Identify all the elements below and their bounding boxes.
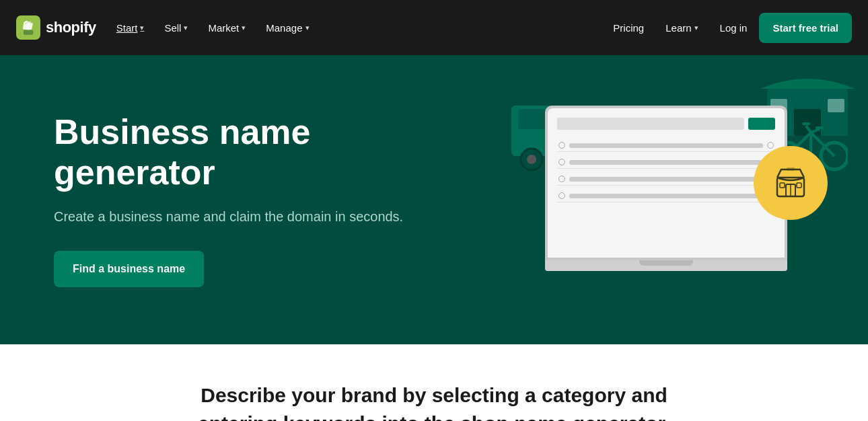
svg-point-6 [527, 155, 536, 164]
svg-rect-32 [787, 167, 795, 171]
nav-right-links: Pricing Learn ▾ Log in Start free trial [604, 13, 852, 43]
store-front-icon [772, 164, 809, 202]
logo[interactable]: shopify [16, 15, 96, 40]
nav-start[interactable]: Start ▾ [107, 17, 154, 39]
chevron-down-icon: ▾ [140, 24, 144, 32]
laptop-illustration [545, 106, 787, 294]
svg-rect-30 [780, 183, 785, 188]
nav-left-links: Start ▾ Sell ▾ Market ▾ Manage ▾ [107, 17, 604, 39]
nav-sell[interactable]: Sell ▾ [155, 17, 197, 39]
shopify-logo-icon [16, 15, 40, 40]
bottom-heading: Describe your brand by selecting a categ… [165, 381, 703, 421]
hero-title: Business name generator [54, 112, 404, 193]
find-business-name-button[interactable]: Find a business name [54, 251, 204, 287]
hero-section: Business name generator Create a busines… [0, 55, 868, 344]
nav-manage[interactable]: Manage ▾ [256, 17, 318, 39]
svg-rect-31 [797, 183, 801, 188]
nav-pricing[interactable]: Pricing [604, 17, 653, 39]
chevron-down-icon: ▾ [184, 24, 188, 32]
svg-rect-11 [518, 109, 545, 129]
hero-content: Business name generator Create a busines… [54, 112, 404, 287]
svg-rect-1 [24, 30, 33, 35]
nav-market[interactable]: Market ▾ [198, 17, 255, 39]
svg-line-23 [806, 126, 811, 132]
chevron-down-icon: ▾ [694, 24, 698, 32]
hero-illustration [464, 55, 868, 344]
hero-subtitle: Create a business name and claim the dom… [54, 206, 404, 227]
bottom-section: Describe your brand by selecting a categ… [0, 344, 868, 421]
store-badge [754, 146, 828, 220]
laptop-screen [545, 106, 787, 260]
start-trial-button[interactable]: Start free trial [759, 13, 852, 43]
main-nav: shopify Start ▾ Sell ▾ Market ▾ Manage ▾… [0, 0, 868, 55]
nav-learn[interactable]: Learn ▾ [656, 17, 707, 39]
chevron-down-icon: ▾ [305, 24, 310, 32]
nav-login[interactable]: Log in [711, 17, 757, 39]
svg-line-25 [811, 129, 820, 132]
chevron-down-icon: ▾ [242, 24, 246, 32]
logo-text: shopify [46, 19, 96, 36]
